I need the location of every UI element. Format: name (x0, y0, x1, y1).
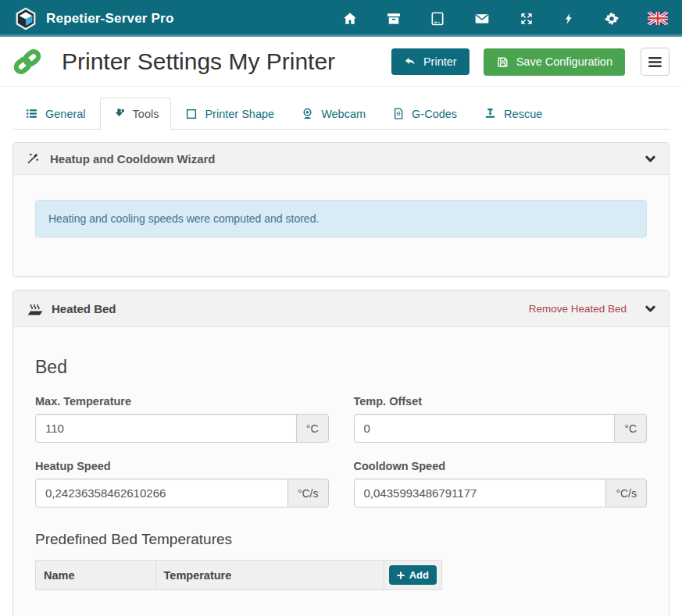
tab-label: General (45, 108, 86, 120)
remove-heated-bed-link[interactable]: Remove Heated Bed (529, 303, 627, 315)
gcode-file-icon: G (392, 107, 405, 120)
add-button-label: Add (409, 569, 429, 581)
printer-button-label: Printer (423, 55, 457, 68)
wizard-panel-body: Heating and cooling speeds were computed… (13, 175, 669, 276)
header-buttons: Printer Save Configuration (391, 48, 670, 76)
square-shape-icon (185, 108, 198, 120)
max-temperature-label: Max. Temperature (35, 395, 329, 408)
field-heatup-speed: Heatup Speed °C/s (35, 460, 329, 507)
tab-label: Rescue (504, 108, 542, 120)
unit-addon: °C (614, 414, 647, 443)
heated-bed-panel-header[interactable]: Heated Bed Remove Heated Bed (13, 290, 669, 327)
rescue-icon (484, 107, 497, 120)
column-name: Name (36, 561, 156, 589)
wizard-panel-header[interactable]: Heatup and Cooldown Wizard (13, 143, 669, 175)
unit-addon: °C/s (287, 479, 329, 507)
back-arrow-icon (404, 55, 416, 68)
tab-rescue[interactable]: Rescue (471, 98, 555, 130)
queue-box-icon[interactable] (386, 11, 402, 27)
tab-general[interactable]: General (12, 98, 98, 130)
add-temperature-button[interactable]: Add (389, 565, 437, 585)
bed-section-heading: Bed (35, 357, 647, 378)
field-temp-offset: Temp. Offset °C (354, 395, 648, 443)
svg-text:G: G (397, 111, 401, 116)
tablet-icon[interactable] (430, 11, 445, 27)
messages-icon[interactable] (473, 11, 491, 27)
extruder-icon (112, 107, 126, 120)
predefined-temperatures-table: Name Temperature Add (35, 560, 442, 590)
tab-label: Webcam (321, 108, 366, 120)
heated-bed-icon (26, 299, 45, 318)
home-icon[interactable] (342, 11, 358, 27)
tab-tools[interactable]: Tools (100, 98, 172, 130)
predefined-temperatures-heading: Predefined Bed Temperatures (35, 531, 647, 548)
webcam-icon (301, 107, 314, 120)
fullscreen-icon[interactable] (519, 11, 534, 27)
link-chain-icon (12, 47, 42, 77)
page-header: Printer Settings My Printer Printer Save… (0, 37, 682, 87)
quick-actions-bolt-icon[interactable] (562, 11, 576, 27)
field-cooldown-speed: Cooldown Speed °C/s (354, 460, 648, 507)
brand-title: Repetier-Server Pro (46, 11, 173, 27)
heatup-speed-label: Heatup Speed (35, 460, 329, 472)
tab-label: G-Codes (412, 108, 457, 120)
save-button-label: Save Configuration (516, 55, 612, 68)
heated-bed-panel: Heated Bed Remove Heated Bed Bed Max. Te… (12, 290, 670, 616)
info-alert-text: Heating and cooling speeds were computed… (48, 212, 319, 225)
navbar-icons (342, 11, 668, 27)
column-add: Add (384, 561, 441, 589)
menu-button[interactable] (641, 48, 670, 76)
language-flag-uk-icon[interactable] (648, 12, 668, 25)
column-temperature: Temperature (156, 561, 384, 589)
unit-addon: °C (296, 414, 329, 443)
repetier-logo-icon (14, 7, 37, 30)
heatup-speed-input[interactable] (35, 479, 288, 507)
collapse-chevron-down-icon[interactable] (645, 153, 656, 165)
magic-wand-icon (26, 151, 40, 166)
unit-addon: °C/s (605, 479, 647, 507)
wizard-panel-title: Heatup and Cooldown Wizard (50, 152, 216, 166)
top-navbar: Repetier-Server Pro (0, 0, 682, 37)
brand[interactable]: Repetier-Server Pro (14, 7, 173, 30)
temp-offset-label: Temp. Offset (354, 395, 648, 408)
hamburger-icon (648, 57, 662, 67)
save-icon (496, 55, 509, 69)
cooldown-speed-label: Cooldown Speed (354, 460, 648, 472)
heatup-cooldown-wizard-panel: Heatup and Cooldown Wizard Heating and c… (12, 142, 670, 277)
tab-printer-shape[interactable]: Printer Shape (173, 98, 287, 130)
save-configuration-button[interactable]: Save Configuration (484, 48, 625, 76)
plus-icon (397, 571, 405, 579)
settings-gear-icon[interactable] (604, 11, 620, 27)
tab-label: Printer Shape (205, 108, 274, 120)
max-temperature-input[interactable] (35, 414, 297, 443)
tab-webcam[interactable]: Webcam (288, 98, 378, 130)
page-title: Printer Settings My Printer (62, 48, 391, 75)
list-icon (25, 107, 38, 120)
table-header-row: Name Temperature Add (36, 561, 441, 589)
info-alert: Heating and cooling speeds were computed… (35, 200, 647, 237)
tab-gcodes[interactable]: G G-Codes (380, 98, 470, 130)
bed-fields: Max. Temperature °C Temp. Offset °C Heat… (35, 395, 647, 507)
cooldown-speed-input[interactable] (354, 479, 607, 507)
collapse-chevron-down-icon[interactable] (645, 303, 656, 315)
tab-label: Tools (133, 108, 159, 120)
field-max-temperature: Max. Temperature °C (35, 395, 329, 443)
heated-bed-panel-title: Heated Bed (52, 302, 116, 315)
temp-offset-input[interactable] (354, 414, 616, 443)
printer-button[interactable]: Printer (391, 48, 470, 75)
heated-bed-panel-body: Bed Max. Temperature °C Temp. Offset °C … (13, 327, 669, 616)
settings-tabs: General Tools Printer Shape Webcam G G-C… (12, 98, 670, 130)
